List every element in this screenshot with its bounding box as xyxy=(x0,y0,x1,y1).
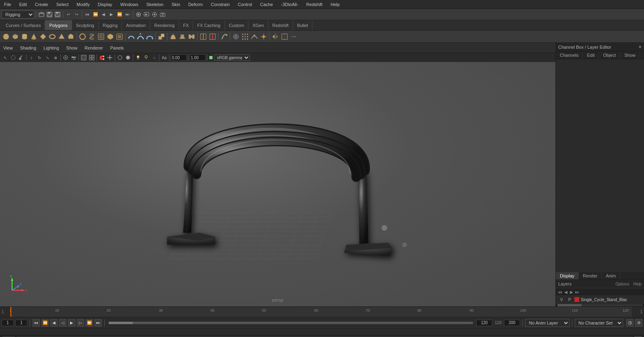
layers-options-btn[interactable]: Options xyxy=(615,282,629,286)
vt-rotate-icon[interactable]: ↻ xyxy=(36,54,43,61)
tab-fx-caching[interactable]: FX Caching xyxy=(193,20,225,30)
delete-edge-icon[interactable] xyxy=(208,32,217,41)
layer-color-box[interactable] xyxy=(574,297,579,302)
tab-polygons[interactable]: Polygons xyxy=(45,20,72,30)
timeline-playhead[interactable] xyxy=(10,307,11,317)
vt-transform-icon[interactable]: ⊕ xyxy=(52,54,59,61)
snap-point-icon[interactable] xyxy=(259,32,268,41)
vt-wireframe-icon[interactable] xyxy=(116,54,124,61)
menu-skeleton[interactable]: Skeleton xyxy=(144,1,165,8)
char-set-icon1[interactable]: ⚙ xyxy=(626,319,634,327)
viewport-menu-view[interactable]: View xyxy=(2,45,14,51)
vt-color-swatch[interactable] xyxy=(209,56,213,59)
scroll-thumb[interactable] xyxy=(557,304,582,306)
char-set-icon2[interactable]: ⚙ xyxy=(635,319,642,327)
viewport-menu-lighting[interactable]: Lighting xyxy=(42,45,61,51)
redo-icon[interactable]: ↪ xyxy=(73,11,80,18)
menu-deform[interactable]: Deform xyxy=(187,1,204,8)
render-seq-icon[interactable] xyxy=(143,11,150,18)
prev-frame-btn[interactable]: ◀ xyxy=(50,319,58,327)
bezier-curve-icon[interactable] xyxy=(145,32,154,41)
create-sphere-icon[interactable] xyxy=(2,32,10,41)
anim-layer-dropdown[interactable]: No Anim Layer xyxy=(525,319,570,327)
play-fwd-btn[interactable]: ▶ xyxy=(68,319,75,327)
create-helix-icon[interactable] xyxy=(87,32,96,41)
layers-scrollbar[interactable] xyxy=(556,303,644,306)
dr-tab-render[interactable]: Render xyxy=(579,272,602,279)
insert-edge-loop-icon[interactable] xyxy=(199,32,208,41)
layer-playback-btn[interactable]: P xyxy=(566,298,573,302)
vt-snap-icon[interactable]: 🧲 xyxy=(98,54,105,61)
tab-redshift[interactable]: Redshift xyxy=(268,20,293,30)
create-prism-icon[interactable] xyxy=(66,32,75,41)
cb-tab-edit[interactable]: Edit xyxy=(583,52,599,59)
tab-rendering[interactable]: Rendering xyxy=(150,20,179,30)
undo-icon[interactable]: ↩ xyxy=(65,11,72,18)
mirror-icon[interactable] xyxy=(271,32,280,41)
workspace-dropdown[interactable]: Rigging Modeling Animation Rendering xyxy=(2,10,34,19)
anim-step-fwd-icon[interactable]: ⏩ xyxy=(116,11,123,18)
frame-start-input[interactable] xyxy=(2,320,14,326)
dr-tab-anim[interactable]: Anim xyxy=(602,272,620,279)
vt-snap2-icon[interactable] xyxy=(106,54,114,61)
menu-constrain[interactable]: Constrain xyxy=(209,1,231,8)
viewport-menu-show[interactable]: Show xyxy=(65,45,79,51)
create-pipe-icon[interactable] xyxy=(78,32,87,41)
prev-keyframe-btn[interactable]: ⏪ xyxy=(41,319,49,327)
anim-go-start-icon[interactable]: ⏮ xyxy=(84,11,91,18)
next-keyframe-btn[interactable]: ⏩ xyxy=(86,319,93,327)
vt-shaded-icon[interactable] xyxy=(124,54,132,61)
bevel-icon[interactable] xyxy=(178,32,187,41)
menu-3dtall[interactable]: -3DtoAll- xyxy=(279,1,300,8)
tab-xgen[interactable]: XGen xyxy=(248,20,268,30)
playback-end-input[interactable] xyxy=(504,320,520,326)
anim-play-back-icon[interactable]: ◀ xyxy=(100,11,107,18)
vt-light3-icon[interactable]: ○ xyxy=(151,54,158,61)
snap-grid-icon[interactable] xyxy=(241,32,250,41)
menu-display[interactable]: Display xyxy=(96,1,114,8)
viewport[interactable]: View Shading Lighting Show Renderer Pane… xyxy=(0,43,555,306)
right-panel-close-btn[interactable]: ✕ xyxy=(638,45,642,49)
timeline[interactable]: 1 1 10 20 30 40 50 60 70 80 90 100 110 1… xyxy=(0,306,644,317)
vt-move-icon[interactable]: ↕ xyxy=(28,54,35,61)
symmetry-icon[interactable] xyxy=(280,32,289,41)
layers-skip-end-btn[interactable]: ⏭ xyxy=(574,289,580,295)
anim-step-back-icon[interactable]: ⏪ xyxy=(92,11,99,18)
extrude-icon[interactable] xyxy=(169,32,178,41)
subdiv-proxy-icon[interactable] xyxy=(115,32,124,41)
vt-value1-input[interactable] xyxy=(171,54,187,61)
next-frame-btn[interactable]: ▷ xyxy=(77,319,84,327)
frame-end-input[interactable] xyxy=(476,320,492,326)
vt-lasso-icon[interactable] xyxy=(10,54,17,61)
play-back-btn[interactable]: ◁ xyxy=(59,319,66,327)
menu-create[interactable]: Create xyxy=(33,1,50,8)
camera-settings-icon[interactable] xyxy=(159,11,166,18)
vt-paint-select-icon[interactable] xyxy=(18,54,25,61)
vt-light2-icon[interactable] xyxy=(142,54,150,61)
create-torus-icon[interactable] xyxy=(48,32,57,41)
tab-rigging[interactable]: Rigging xyxy=(99,20,122,30)
vt-camera-icon[interactable]: 📷 xyxy=(70,54,77,61)
menu-skin[interactable]: Skin xyxy=(170,1,182,8)
create-platonic-icon[interactable] xyxy=(106,32,115,41)
open-file-icon[interactable] xyxy=(38,11,45,18)
more-icons1[interactable]: ⋯ xyxy=(289,32,298,41)
curve-tool-icon[interactable] xyxy=(127,32,136,41)
layer-row[interactable]: V P Single_Cycle_Stand_Blac xyxy=(556,296,644,303)
vt-colorspace-dropdown[interactable]: sRGB gamma Linear xyxy=(214,54,250,61)
sculpt-icon[interactable] xyxy=(220,32,229,41)
anim-go-end-icon[interactable]: ⏭ xyxy=(124,11,131,18)
menu-help[interactable]: Help xyxy=(329,1,341,8)
tab-custom[interactable]: Custom xyxy=(225,20,249,30)
soft-select-icon[interactable] xyxy=(231,32,240,41)
vt-grid-display-icon[interactable] xyxy=(80,54,87,61)
vt-smooth-icon[interactable] xyxy=(62,54,69,61)
create-plane-icon[interactable] xyxy=(39,32,47,41)
viewport-menu-panels[interactable]: Panels xyxy=(109,45,126,51)
timeline-ruler[interactable]: 1 10 20 30 40 50 60 70 80 90 100 110 120 xyxy=(10,307,632,317)
vt-value2-input[interactable] xyxy=(190,54,206,61)
viewport-canvas[interactable]: X Y Z persp xyxy=(0,62,555,306)
range-thumb[interactable] xyxy=(109,322,133,324)
ep-curve-icon[interactable] xyxy=(136,32,145,41)
create-cube-icon[interactable] xyxy=(11,32,20,41)
